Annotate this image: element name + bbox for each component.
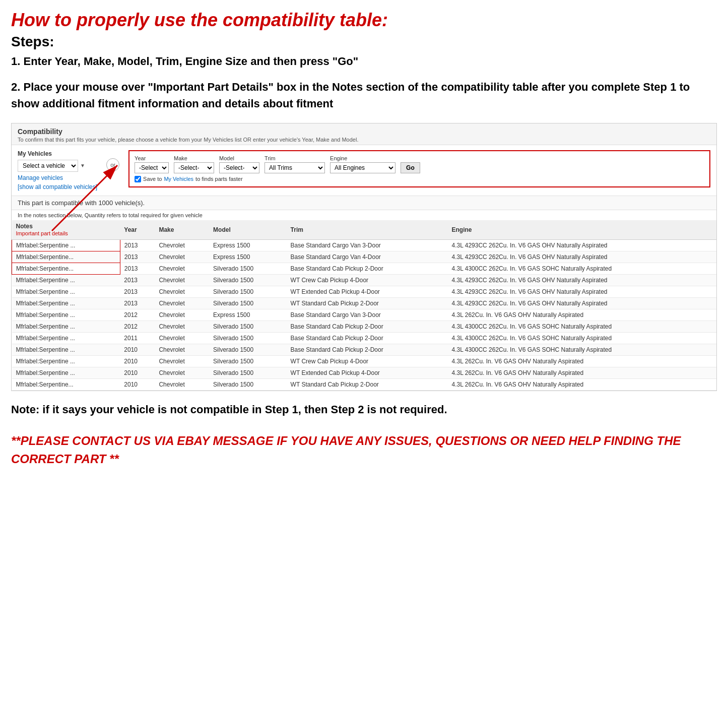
cell-trim: Base Standard Cargo Van 3-Door <box>287 309 448 321</box>
col-trim: Trim <box>287 220 448 240</box>
cell-engine: 4.3L 4300CC 262Cu. In. V6 GAS SOHC Natur… <box>447 321 716 332</box>
cell-year: 2011 <box>120 332 155 344</box>
cell-make: Chevrolet <box>155 344 209 355</box>
cell-model: Silverado 1500 <box>209 344 287 355</box>
cell-trim: WT Extended Cab Pickup 4-Door <box>287 286 448 297</box>
cell-make: Chevrolet <box>155 263 209 274</box>
cell-model: Silverado 1500 <box>209 321 287 332</box>
model-select[interactable]: -Select- <box>219 162 259 173</box>
make-label: Make <box>174 155 214 161</box>
dropdown-arrow-icon: ▼ <box>80 163 85 168</box>
table-row: Mfrlabel:Serpentine ... 2013 Chevrolet S… <box>12 286 717 297</box>
cell-year: 2013 <box>120 251 155 263</box>
make-select[interactable]: -Select- <box>174 162 214 173</box>
cell-engine: 4.3L 4300CC 262Cu. In. V6 GAS SOHC Natur… <box>447 344 716 355</box>
cell-make: Chevrolet <box>155 274 209 286</box>
cell-trim: WT Extended Cab Pickup 4-Door <box>287 367 448 378</box>
col-make: Make <box>155 220 209 240</box>
table-header-row: Notes Important part details Year Make M… <box>12 220 717 240</box>
compat-body: My Vehicles Select a vehicle ▼ Manage ve… <box>12 145 716 196</box>
make-field-group: Make -Select- <box>174 155 214 173</box>
cell-model: Silverado 1500 <box>209 286 287 297</box>
cell-year: 2013 <box>120 297 155 309</box>
cell-engine: 4.3L 262Cu. In. V6 GAS OHV Naturally Asp… <box>447 355 716 367</box>
table-row: Mfrlabel:Serpentine ... 2010 Chevrolet S… <box>12 344 717 355</box>
year-field-group: Year -Select- <box>135 155 169 173</box>
cell-make: Chevrolet <box>155 332 209 344</box>
cell-trim: Base Standard Cab Pickup 2-Door <box>287 263 448 274</box>
cell-engine: 4.3L 4293CC 262Cu. In. V6 GAS OHV Natura… <box>447 297 716 309</box>
cell-make: Chevrolet <box>155 297 209 309</box>
model-field-group: Model -Select- <box>219 155 259 173</box>
col-year: Year <box>120 220 155 240</box>
cell-year: 2013 <box>120 274 155 286</box>
cell-notes: Mfrlabel:Serpentine ... <box>12 286 120 297</box>
cell-trim: Base Standard Cab Pickup 2-Door <box>287 332 448 344</box>
or-circle: or <box>106 158 119 171</box>
cell-notes: Mfrlabel:Serpentine ... <box>12 297 120 309</box>
cell-notes: Mfrlabel:Serpentine... <box>12 263 120 274</box>
trim-select[interactable]: All Trims <box>264 162 325 173</box>
cell-engine: 4.3L 262Cu. In. V6 GAS OHV Naturally Asp… <box>447 367 716 378</box>
cell-make: Chevrolet <box>155 309 209 321</box>
cell-engine: 4.3L 262Cu. In. V6 GAS OHV Naturally Asp… <box>447 378 716 390</box>
cell-trim: WT Standard Cab Pickup 2-Door <box>287 378 448 390</box>
cell-trim: WT Standard Cab Pickup 2-Door <box>287 297 448 309</box>
year-select[interactable]: -Select- <box>135 162 169 173</box>
save-checkbox[interactable] <box>135 176 141 182</box>
cell-make: Chevrolet <box>155 251 209 263</box>
compatibility-table: Notes Important part details Year Make M… <box>12 220 716 391</box>
cell-model: Silverado 1500 <box>209 297 287 309</box>
table-row: Mfrlabel:Serpentine ... 2013 Chevrolet S… <box>12 297 717 309</box>
trim-label: Trim <box>264 155 325 161</box>
cell-make: Chevrolet <box>155 378 209 390</box>
my-vehicles-link[interactable]: My Vehicles <box>164 176 193 182</box>
go-button[interactable]: Go <box>401 162 420 173</box>
steps-heading: Steps: <box>11 34 717 50</box>
engine-select[interactable]: All Engines <box>330 162 395 173</box>
cell-engine: 4.3L 4293CC 262Cu. In. V6 GAS OHV Natura… <box>447 286 716 297</box>
cell-make: Chevrolet <box>155 321 209 332</box>
cell-notes: Mfrlabel:Serpentine ... <box>12 355 120 367</box>
cell-trim: WT Crew Cab Pickup 4-Door <box>287 274 448 286</box>
cell-engine: 4.3L 4300CC 262Cu. In. V6 GAS SOHC Natur… <box>447 263 716 274</box>
bottom-note: Note: if it says your vehicle is not com… <box>11 402 717 418</box>
my-vehicles-col: My Vehicles Select a vehicle ▼ Manage ve… <box>18 150 97 190</box>
notes-header-sub: Important part details <box>16 230 68 236</box>
compat-count-row: This part is compatible with 1000 vehicl… <box>12 196 716 210</box>
cell-year: 2013 <box>120 263 155 274</box>
step1-text: 1. Enter Year, Make, Model, Trim, Engine… <box>11 54 717 70</box>
cell-model: Silverado 1500 <box>209 367 287 378</box>
col-model: Model <box>209 220 287 240</box>
compat-title: Compatibility <box>18 127 710 136</box>
trim-field-group: Trim All Trims <box>264 155 325 173</box>
vehicle-select-wrapper: Select a vehicle ▼ <box>18 160 97 172</box>
cell-trim: Base Standard Cargo Van 3-Door <box>287 239 448 251</box>
cell-year: 2013 <box>120 239 155 251</box>
table-row: Mfrlabel:Serpentine ... 2010 Chevrolet S… <box>12 367 717 378</box>
cell-notes: Mfrlabel:Serpentine ... <box>12 367 120 378</box>
compat-header: Compatibility To confirm that this part … <box>12 123 716 145</box>
cell-trim: Base Standard Cab Pickup 2-Door <box>287 344 448 355</box>
save-label-prefix: Save to <box>143 176 162 182</box>
cell-model: Express 1500 <box>209 309 287 321</box>
manage-vehicles-link[interactable]: Manage vehicles <box>18 174 97 181</box>
table-row: Mfrlabel:Serpentine... 2013 Chevrolet Ex… <box>12 251 717 263</box>
vehicle-fields-row: Year -Select- Make -Select- Model -Selec… <box>135 155 704 173</box>
contact-text: **PLEASE CONTACT US VIA EBAY MESSAGE IF … <box>11 432 717 468</box>
cell-make: Chevrolet <box>155 286 209 297</box>
my-vehicles-label: My Vehicles <box>18 150 97 157</box>
cell-notes: Mfrlabel:Serpentine ... <box>12 239 120 251</box>
table-row: Mfrlabel:Serpentine ... 2010 Chevrolet S… <box>12 355 717 367</box>
cell-notes: Mfrlabel:Serpentine ... <box>12 274 120 286</box>
cell-year: 2010 <box>120 344 155 355</box>
cell-make: Chevrolet <box>155 239 209 251</box>
cell-make: Chevrolet <box>155 355 209 367</box>
show-all-compatible-link[interactable]: [show all compatible vehicles] <box>18 183 97 190</box>
cell-model: Silverado 1500 <box>209 274 287 286</box>
compat-note-row: In the notes section below, Quantity ref… <box>12 210 716 220</box>
vehicle-select[interactable]: Select a vehicle <box>18 160 78 172</box>
cell-engine: 4.3L 4293CC 262Cu. In. V6 GAS OHV Natura… <box>447 239 716 251</box>
cell-year: 2012 <box>120 309 155 321</box>
cell-year: 2012 <box>120 321 155 332</box>
